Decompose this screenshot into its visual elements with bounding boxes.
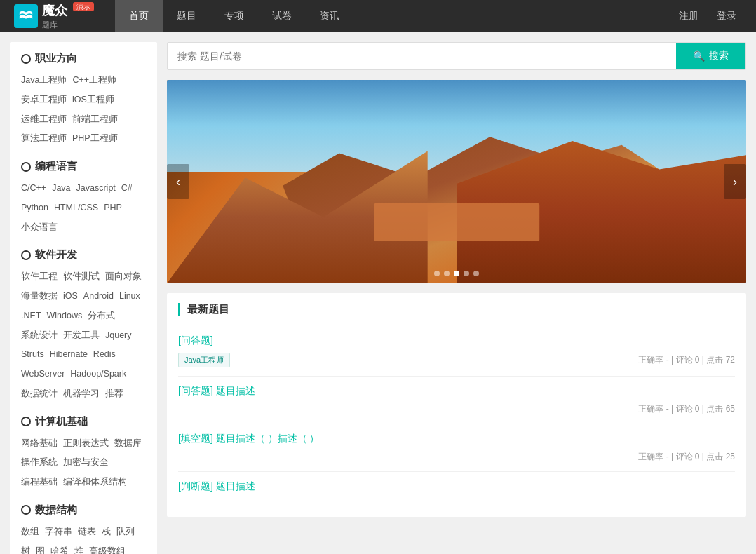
- link-data-stats[interactable]: 数据统计: [21, 386, 58, 403]
- link-java[interactable]: Java: [52, 180, 70, 197]
- link-csharp[interactable]: C#: [121, 180, 133, 197]
- link-queue[interactable]: 队列: [116, 524, 135, 541]
- sidebar-links-software: 软件工程 软件测试 面向对象 海量数据 iOS Android Linux .N…: [21, 269, 146, 402]
- link-c-cpp[interactable]: C/C++: [21, 180, 46, 197]
- search-button[interactable]: 🔍 搜索: [676, 43, 745, 69]
- nav-special[interactable]: 专项: [210, 0, 258, 32]
- link-prog-basics[interactable]: 编程基础: [21, 474, 58, 491]
- question-link-4[interactable]: [判断题] 题目描述: [178, 480, 735, 493]
- link-stack[interactable]: 栈: [102, 524, 111, 541]
- carousel-dot-4[interactable]: [464, 271, 469, 276]
- sidebar-title-lang: 编程语言: [21, 160, 146, 173]
- link-dev-tools[interactable]: 开发工具: [63, 327, 100, 344]
- link-dotnet[interactable]: .NET: [21, 308, 41, 325]
- search-input[interactable]: [168, 43, 676, 69]
- link-network[interactable]: 网络基础: [21, 435, 58, 452]
- sidebar-section-career: 职业方向 Java工程师 C++工程师 安卓工程师 iOS工程师 运维工程师 前…: [21, 52, 146, 147]
- link-niche-lang[interactable]: 小众语言: [21, 219, 58, 236]
- link-soft-eng[interactable]: 软件工程: [21, 269, 58, 285]
- link-bigdata[interactable]: 海量数据: [21, 288, 58, 305]
- link-jquery[interactable]: Jquery: [105, 327, 132, 344]
- circle-icon-cs: [21, 417, 31, 426]
- link-algo-engineer[interactable]: 算法工程师: [21, 130, 67, 147]
- link-cpp-engineer[interactable]: C++工程师: [72, 72, 116, 89]
- nav-questions[interactable]: 题目: [163, 0, 210, 32]
- link-hadoop[interactable]: Hadoop/Spark: [70, 366, 126, 383]
- nav-home[interactable]: 首页: [115, 0, 163, 32]
- logo-brand: 魔众: [42, 4, 67, 18]
- link-database[interactable]: 数据库: [114, 435, 142, 452]
- link-recommend[interactable]: 推荐: [105, 386, 123, 403]
- sidebar-title-career: 职业方向: [21, 52, 146, 65]
- link-javascript[interactable]: Javascript: [76, 180, 116, 197]
- question-meta-1: Java工程师 正确率 - | 评论 0 | 点击 72: [178, 353, 735, 367]
- register-button[interactable]: 注册: [673, 7, 704, 25]
- question-link-3[interactable]: [填空题] 题目描述（ ）描述（ ）: [178, 433, 735, 445]
- link-string[interactable]: 字符串: [45, 524, 72, 541]
- link-array[interactable]: 数组: [21, 524, 39, 541]
- sidebar-links-ds: 数组 字符串 链表 栈 队列 树 图 哈希 堆 高级数组: [21, 524, 146, 554]
- link-ops-engineer[interactable]: 运维工程师: [21, 112, 67, 128]
- link-graph[interactable]: 图: [36, 543, 45, 555]
- carousel-next-button[interactable]: ›: [724, 164, 746, 199]
- link-redis[interactable]: Redis: [93, 346, 116, 363]
- link-php[interactable]: PHP: [104, 200, 122, 217]
- sidebar-title-software: 软件开发: [21, 248, 146, 262]
- carousel-dots: [434, 271, 479, 276]
- link-ios-engineer[interactable]: iOS工程师: [72, 92, 114, 109]
- question-item: [问答题] Java工程师 正确率 - | 评论 0 | 点击 72: [178, 326, 735, 377]
- question-link-1[interactable]: [问答题]: [178, 335, 735, 347]
- circle-icon-software: [21, 250, 31, 260]
- question-item-3: [填空题] 题目描述（ ）描述（ ） 正确率 - | 评论 0 | 点击 25: [178, 424, 735, 472]
- link-oop[interactable]: 面向对象: [105, 269, 142, 285]
- main-nav: 首页 题目 专项 试卷 资讯: [115, 0, 353, 32]
- link-hibernate[interactable]: Hibernate: [50, 346, 88, 363]
- carousel-prev-button[interactable]: ‹: [167, 164, 189, 199]
- link-soft-test[interactable]: 软件测试: [63, 269, 100, 285]
- newest-questions-title: 最新题目: [178, 303, 735, 316]
- link-regex[interactable]: 正则表达式: [63, 435, 109, 452]
- search-button-label: 搜索: [709, 50, 729, 62]
- link-webserver[interactable]: WebServer: [21, 366, 65, 383]
- link-php-engineer[interactable]: PHP工程师: [72, 130, 118, 147]
- link-ml[interactable]: 机器学习: [63, 386, 100, 403]
- link-hash[interactable]: 哈希: [50, 543, 69, 555]
- nav-exams[interactable]: 试卷: [258, 0, 306, 32]
- link-heap[interactable]: 堆: [74, 543, 83, 555]
- link-distributed[interactable]: 分布式: [88, 308, 115, 325]
- link-struts[interactable]: Struts: [21, 346, 44, 363]
- link-os[interactable]: 操作系统: [21, 454, 58, 471]
- sidebar-links-career: Java工程师 C++工程师 安卓工程师 iOS工程师 运维工程师 前端工程师 …: [21, 72, 146, 147]
- link-python[interactable]: Python: [21, 200, 48, 217]
- link-frontend-engineer[interactable]: 前端工程师: [72, 112, 118, 128]
- link-linux[interactable]: Linux: [119, 288, 140, 305]
- link-linked-list[interactable]: 链表: [78, 524, 96, 541]
- question-stats-1: 正确率 - | 评论 0 | 点击 72: [638, 354, 735, 366]
- link-advanced-array[interactable]: 高级数组: [89, 543, 126, 555]
- link-compiler[interactable]: 编译和体系结构: [63, 474, 127, 491]
- link-java-engineer[interactable]: Java工程师: [21, 72, 67, 89]
- link-android-engineer[interactable]: 安卓工程师: [21, 92, 67, 109]
- carousel-dot-3[interactable]: [454, 271, 459, 276]
- login-button[interactable]: 登录: [711, 7, 742, 25]
- question-item-2: [问答题] 题目描述 正确率 - | 评论 0 | 点击 65: [178, 377, 735, 424]
- circle-icon: [21, 54, 31, 64]
- link-sys-design[interactable]: 系统设计: [21, 327, 58, 344]
- link-tree[interactable]: 树: [21, 543, 30, 555]
- link-windows[interactable]: Windows: [46, 308, 82, 325]
- link-crypto[interactable]: 加密与安全: [63, 454, 109, 471]
- header-right: 注册 登录: [673, 7, 742, 25]
- newest-questions-section: 最新题目 [问答题] Java工程师 正确率 - | 评论 0 | 点击 72 …: [167, 293, 746, 517]
- carousel-dot-5[interactable]: [473, 271, 479, 276]
- tag-java-engineer[interactable]: Java工程师: [178, 353, 230, 367]
- main-layout: 职业方向 Java工程师 C++工程师 安卓工程师 iOS工程师 运维工程师 前…: [0, 32, 756, 554]
- carousel-dot-2[interactable]: [444, 271, 450, 276]
- nav-news[interactable]: 资讯: [306, 0, 353, 32]
- question-stats-3: 正确率 - | 评论 0 | 点击 25: [638, 451, 735, 463]
- question-link-2[interactable]: [问答题] 题目描述: [178, 385, 735, 398]
- header: 魔众 演示 题库 首页 题目 专项 试卷 资讯 注册 登录: [0, 0, 756, 32]
- carousel-dot-1[interactable]: [434, 271, 440, 276]
- link-ios[interactable]: iOS: [63, 288, 78, 305]
- link-html-css[interactable]: HTML/CSS: [54, 200, 98, 217]
- link-android[interactable]: Android: [83, 288, 114, 305]
